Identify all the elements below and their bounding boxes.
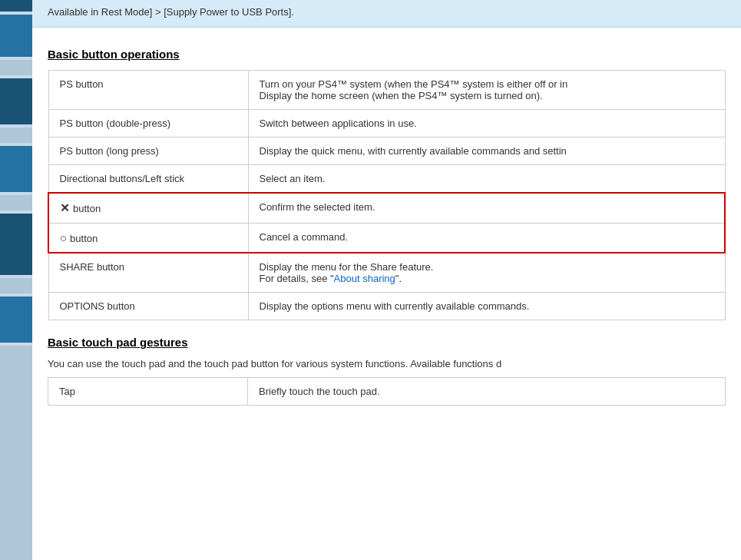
sidebar-segment [0, 278, 32, 293]
button-label: button [73, 203, 101, 214]
button-label: SHARE button [60, 261, 125, 273]
table-row-highlight: ✕button Confirm the selected item. [48, 193, 725, 224]
section2-description: You can use the touch pad and the touch … [48, 358, 726, 369]
button-description: Confirm the selected item. [260, 201, 375, 213]
page-wrapper: Available in Rest Mode] > [Supply Power … [0, 0, 741, 560]
section1-table: PS button Turn on your PS4™ system (when… [48, 70, 726, 320]
section2-title: Basic touch pad gestures [48, 336, 726, 349]
section2-table: Tap Briefly touch the touch pad. [48, 377, 726, 406]
table-row: PS button Turn on your PS4™ system (when… [48, 71, 725, 110]
sidebar-segment [0, 60, 32, 75]
table-row: PS button (double-press) Switch between … [48, 110, 725, 138]
table-row: Directional buttons/Left stick Select an… [48, 165, 725, 194]
sidebar-segment [0, 297, 32, 343]
description-text: Display the menu for the Share feature. [260, 261, 434, 273]
content-area: Available in Rest Mode] > [Supply Power … [32, 0, 741, 560]
button-label: Tap [59, 386, 75, 397]
button-label: Directional buttons/Left stick [60, 173, 185, 184]
about-sharing-link[interactable]: About sharing [334, 273, 395, 284]
section1-title: Basic button operations [48, 48, 726, 61]
sidebar [0, 0, 32, 560]
description-text: Display the options menu with currently … [260, 300, 530, 312]
description-text: For details, see "About sharing". [260, 273, 402, 284]
description-text: Switch between applications in use. [260, 118, 417, 129]
table-row-highlight: ○button Cancel a command. [48, 224, 725, 253]
table-row: SHARE button Display the menu for the Sh… [48, 253, 725, 293]
description-text: Select an item. [260, 173, 326, 184]
sidebar-segment [0, 214, 32, 275]
top-note: Available in Rest Mode] > [Supply Power … [32, 0, 741, 28]
button-label: button [70, 233, 98, 244]
button-label: PS button (long press) [60, 145, 159, 157]
top-note-text: Available in Rest Mode] > [Supply Power … [48, 6, 294, 18]
description-text: Display the home screen (when the PS4™ s… [260, 90, 543, 101]
sidebar-segment [0, 15, 32, 57]
description-text: Display the quick menu, with currently a… [260, 145, 567, 157]
sidebar-segment [0, 195, 32, 210]
button-label: OPTIONS button [60, 300, 135, 312]
button-description: Cancel a command. [260, 231, 349, 243]
o-icon: ○ [60, 231, 67, 244]
table-row: Tap Briefly touch the touch pad. [48, 378, 726, 406]
sidebar-segment [0, 0, 32, 12]
sidebar-segment [0, 128, 32, 143]
button-label: PS button [60, 78, 104, 90]
button-description: Briefly touch the touch pad. [259, 386, 380, 397]
x-icon: ✕ [60, 201, 70, 214]
sidebar-segment [0, 78, 32, 124]
sidebar-segment [0, 346, 32, 560]
sidebar-segment [0, 146, 32, 192]
table-row: OPTIONS button Display the options menu … [48, 293, 725, 320]
description-text: Turn on your PS4™ system (when the PS4™ … [260, 78, 568, 90]
button-label: PS button (double-press) [60, 118, 171, 129]
main-content: Basic button operations PS button Turn o… [32, 28, 741, 436]
table-row: PS button (long press) Display the quick… [48, 138, 725, 165]
